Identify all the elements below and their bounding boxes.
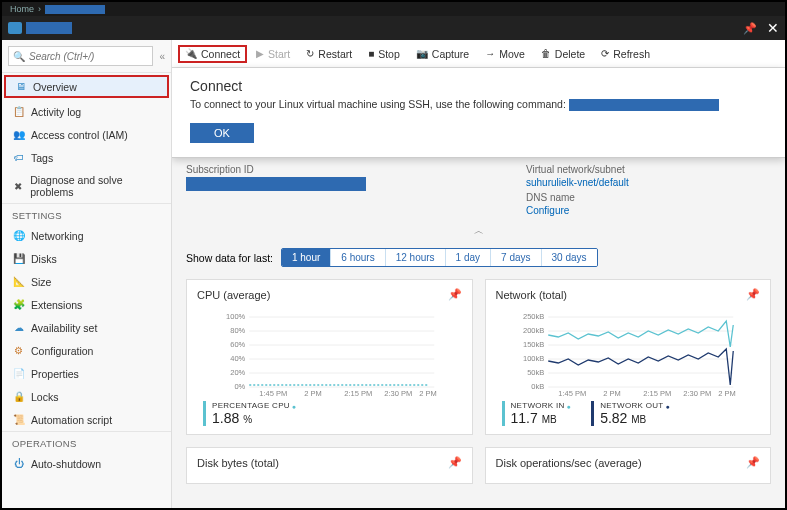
svg-text:1:45 PM: 1:45 PM xyxy=(558,389,586,397)
sidebar-item-label: Diagnose and solve problems xyxy=(30,174,161,198)
sidebar-item-label: Automation script xyxy=(31,414,112,426)
range-12-hours[interactable]: 12 hours xyxy=(386,249,446,266)
restart-button[interactable]: ↻Restart xyxy=(299,45,359,63)
sidebar-item-icon: 🖥 xyxy=(14,80,27,93)
play-icon: ▶ xyxy=(256,48,264,59)
svg-text:0kB: 0kB xyxy=(531,382,544,391)
sidebar-header-settings: SETTINGS xyxy=(2,203,171,224)
sidebar-item-locks[interactable]: 🔒Locks xyxy=(2,385,171,408)
sidebar-item-extensions[interactable]: 🧩Extensions xyxy=(2,293,171,316)
svg-text:150kB: 150kB xyxy=(522,340,543,349)
svg-text:2:15 PM: 2:15 PM xyxy=(643,389,671,397)
sidebar-item-label: Configuration xyxy=(31,345,93,357)
subscription-id-label: Subscription ID xyxy=(186,164,366,175)
close-icon[interactable]: ✕ xyxy=(767,20,779,36)
svg-text:100kB: 100kB xyxy=(522,354,543,363)
breadcrumb-home[interactable]: Home xyxy=(10,4,34,14)
sidebar: 🔍 « 🖥Overview📋Activity log👥Access contro… xyxy=(2,40,172,508)
sidebar-item-access-control-iam-[interactable]: 👥Access control (IAM) xyxy=(2,123,171,146)
chart-disk-ops-title: Disk operations/sec (average) xyxy=(496,457,642,469)
connect-panel-text: To connect to your Linux virtual machine… xyxy=(190,98,767,111)
ok-button[interactable]: OK xyxy=(190,123,254,143)
collapse-icon[interactable]: « xyxy=(159,51,165,62)
svg-text:100%: 100% xyxy=(226,312,246,321)
sidebar-item-label: Locks xyxy=(31,391,58,403)
search-input[interactable]: 🔍 xyxy=(8,46,153,66)
sidebar-item-networking[interactable]: 🌐Networking xyxy=(2,224,171,247)
sidebar-item-icon: 🌐 xyxy=(12,229,25,242)
svg-text:60%: 60% xyxy=(230,340,245,349)
breadcrumb-current[interactable] xyxy=(45,5,105,14)
range-1-hour[interactable]: 1 hour xyxy=(282,249,331,266)
sidebar-item-icon: 📋 xyxy=(12,105,25,118)
capture-button[interactable]: 📷Capture xyxy=(409,45,476,63)
refresh-button[interactable]: ⟳Refresh xyxy=(594,45,657,63)
delete-button[interactable]: 🗑Delete xyxy=(534,45,592,63)
sidebar-item-activity-log[interactable]: 📋Activity log xyxy=(2,100,171,123)
sidebar-item-icon: 📄 xyxy=(12,367,25,380)
sidebar-item-disks[interactable]: 💾Disks xyxy=(2,247,171,270)
sidebar-item-auto-shutdown[interactable]: ⏻Auto-shutdown xyxy=(2,452,171,475)
svg-text:2 PM: 2 PM xyxy=(718,389,736,397)
titlebar: 📌 ✕ xyxy=(2,16,785,40)
breadcrumb: Home › xyxy=(2,2,785,16)
pin-icon[interactable]: 📌 xyxy=(448,456,462,469)
range-30-days[interactable]: 30 days xyxy=(542,249,597,266)
connect-button[interactable]: 🔌Connect xyxy=(178,45,247,63)
restart-icon: ↻ xyxy=(306,48,314,59)
stop-icon: ■ xyxy=(368,48,374,59)
pin-icon[interactable]: 📌 xyxy=(743,22,757,35)
pin-icon[interactable]: 📌 xyxy=(746,288,760,301)
sidebar-item-properties[interactable]: 📄Properties xyxy=(2,362,171,385)
sidebar-item-label: Overview xyxy=(33,81,77,93)
sidebar-item-icon: ⏻ xyxy=(12,457,25,470)
vnet-label: Virtual network/subnet xyxy=(526,164,629,175)
sidebar-item-icon: 👥 xyxy=(12,128,25,141)
range-6-hours[interactable]: 6 hours xyxy=(331,249,385,266)
capture-icon: 📷 xyxy=(416,48,428,59)
pin-icon[interactable]: 📌 xyxy=(746,456,760,469)
sidebar-item-label: Auto-shutdown xyxy=(31,458,101,470)
start-button[interactable]: ▶Start xyxy=(249,45,297,63)
sidebar-item-icon: ⚙ xyxy=(12,344,25,357)
svg-text:0%: 0% xyxy=(234,382,245,391)
sidebar-item-configuration[interactable]: ⚙Configuration xyxy=(2,339,171,362)
collapse-chevron-icon[interactable]: ︿ xyxy=(186,224,771,238)
sidebar-item-diagnose-and-solve-problems[interactable]: ✖Diagnose and solve problems xyxy=(2,169,171,203)
chart-network-title: Network (total) xyxy=(496,289,568,301)
vnet-link[interactable]: suhurulielk-vnet/default xyxy=(526,177,629,188)
svg-text:2:15 PM: 2:15 PM xyxy=(344,389,372,397)
sidebar-item-overview[interactable]: 🖥Overview xyxy=(4,75,169,98)
chart-network: Network (total) 📌 250kB 200kB 150kB 100k… xyxy=(485,279,772,435)
range-7-days[interactable]: 7 days xyxy=(491,249,541,266)
sidebar-item-size[interactable]: 📐Size xyxy=(2,270,171,293)
range-label: Show data for last: xyxy=(186,252,273,264)
sidebar-item-label: Activity log xyxy=(31,106,81,118)
sidebar-item-icon: 🔒 xyxy=(12,390,25,403)
dns-link[interactable]: Configure xyxy=(526,205,629,216)
sidebar-item-availability-set[interactable]: ☁Availability set xyxy=(2,316,171,339)
sidebar-item-label: Properties xyxy=(31,368,79,380)
sidebar-item-label: Availability set xyxy=(31,322,97,334)
svg-text:2 PM: 2 PM xyxy=(603,389,621,397)
sidebar-item-label: Size xyxy=(31,276,51,288)
sidebar-item-label: Networking xyxy=(31,230,84,242)
range-1-day[interactable]: 1 day xyxy=(446,249,491,266)
chart-disk-bytes-title: Disk bytes (total) xyxy=(197,457,279,469)
sidebar-item-icon: 📐 xyxy=(12,275,25,288)
pin-icon[interactable]: 📌 xyxy=(448,288,462,301)
move-button[interactable]: →Move xyxy=(478,45,532,63)
move-icon: → xyxy=(485,48,495,59)
sidebar-item-icon: 🧩 xyxy=(12,298,25,311)
connect-panel-title: Connect xyxy=(190,78,767,94)
ssh-command xyxy=(569,99,719,111)
svg-text:200kB: 200kB xyxy=(522,326,543,335)
svg-text:2:30 PM: 2:30 PM xyxy=(683,389,711,397)
dns-label: DNS name xyxy=(526,192,629,203)
stop-button[interactable]: ■Stop xyxy=(361,45,407,63)
main: 🔌Connect ▶Start ↻Restart ■Stop 📷Capture … xyxy=(172,40,785,508)
connect-icon: 🔌 xyxy=(185,48,197,59)
sidebar-item-automation-script[interactable]: 📜Automation script xyxy=(2,408,171,431)
sidebar-item-tags[interactable]: 🏷Tags xyxy=(2,146,171,169)
svg-text:40%: 40% xyxy=(230,354,245,363)
